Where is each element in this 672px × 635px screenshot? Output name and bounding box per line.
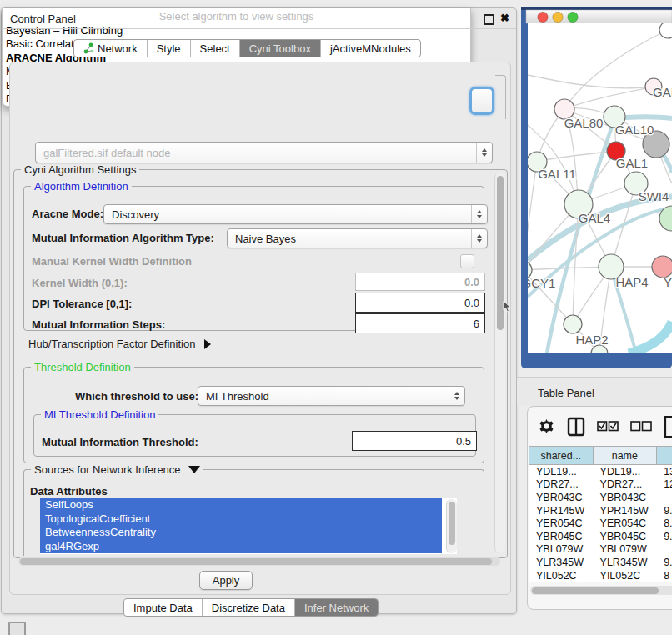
table-cell: YER054C <box>529 518 593 529</box>
table-cell: 8. <box>656 518 672 529</box>
table-row[interactable]: YER054CYER054C8. <box>529 517 672 530</box>
control-panel-titlebar[interactable]: Control Panel ✖ <box>2 8 516 29</box>
tab-discretize-data[interactable]: Discretize Data <box>203 599 295 616</box>
new-table-icon[interactable] <box>664 415 672 438</box>
aracne-mode-value: Discovery <box>112 208 159 221</box>
gear-icon[interactable] <box>538 418 555 435</box>
tab-infer-network[interactable]: Infer Network <box>295 599 378 616</box>
table-body: YDL19...YDL19...13YDR27...YDR27...12YBR0… <box>529 465 672 582</box>
network-collection-combo[interactable]: galFiltered.sif default node <box>35 142 493 163</box>
close-icon[interactable]: ✖ <box>500 12 509 24</box>
table-cell: YLR345W <box>529 557 593 568</box>
table-row[interactable]: YBR045CYBR045C9. <box>529 530 672 543</box>
hub-definition-toggle[interactable]: Hub/Transcription Factor Definition <box>28 338 211 350</box>
data-attributes-list[interactable]: SelfLoopsTopologicalCoefficientBetweenne… <box>40 498 457 554</box>
kernel-width-field[interactable]: 0.0 <box>355 272 485 291</box>
table-cell: YIL052C <box>593 570 657 582</box>
mi-threshold-field[interactable]: 0.5 <box>352 431 477 451</box>
node-table: shared...name YDL19...YDL19...13YDR27...… <box>529 446 672 582</box>
mouse-cursor <box>503 301 513 312</box>
expand-right-icon <box>204 339 211 349</box>
aracne-mode-label: Aracne Mode: <box>32 208 103 220</box>
table-panel: shared...name YDL19...YDL19...13YDR27...… <box>527 406 672 610</box>
data-attribute-item[interactable]: BetweennessCentrality <box>40 526 442 540</box>
tab-label: Network <box>98 42 138 55</box>
which-threshold-combo[interactable]: MI Threshold <box>198 386 465 406</box>
table-toolbar <box>528 407 672 446</box>
attr-list-scrollbar[interactable] <box>446 499 457 553</box>
table-cell: 9. <box>656 505 672 517</box>
select-all-checkboxes-icon[interactable] <box>597 421 619 432</box>
traffic-light-buttons <box>538 12 578 22</box>
tab-select[interactable]: Select <box>191 40 240 57</box>
float-window-icon[interactable] <box>484 14 494 25</box>
docked-panel-icon[interactable] <box>8 622 26 635</box>
column-header[interactable] <box>656 446 672 465</box>
settings-scrollbar[interactable] <box>494 172 505 553</box>
table-cell: YPR145W <box>593 505 657 517</box>
columns-icon[interactable] <box>567 417 585 437</box>
network-node[interactable] <box>659 22 672 38</box>
apply-button[interactable]: Apply <box>199 571 253 590</box>
mi-steps-field[interactable]: 6 <box>355 313 485 333</box>
node-label: Y <box>664 275 672 289</box>
node-label: GAL4 <box>579 211 610 225</box>
data-attribute-item[interactable]: gal4RGexp <box>40 540 442 554</box>
table-row[interactable]: YIL052CYIL052C8 <box>529 569 672 582</box>
algorithm-combo-arrow[interactable] <box>469 87 494 115</box>
tab-jactivemnodules[interactable]: jActiveMNodules <box>321 40 420 57</box>
table-cell: YDL19... <box>529 466 593 478</box>
aracne-mode-combo[interactable]: Discovery <box>103 204 488 224</box>
which-threshold-value: MI Threshold <box>206 390 269 402</box>
node-label: HAP2 <box>575 332 608 347</box>
network-node-hap2[interactable] <box>564 315 582 333</box>
manual-kernel-checkbox[interactable] <box>460 254 474 268</box>
tab-network[interactable]: Network <box>74 40 148 57</box>
mi-algorithm-type-combo[interactable]: Naive Bayes <box>227 228 488 248</box>
control-panel-title: Control Panel <box>10 12 76 25</box>
table-row[interactable]: YDL19...YDL19...13 <box>529 465 672 478</box>
deselect-all-checkboxes-icon[interactable] <box>630 421 652 432</box>
table-cell: 12 <box>656 478 672 490</box>
table-cell: YBR045C <box>529 531 593 542</box>
combo-spinner-icon <box>476 142 492 162</box>
table-row[interactable]: YBL079WYBL079W <box>529 543 672 557</box>
table-panel-title: Table Panel <box>538 387 594 399</box>
tab-label: Impute Data <box>133 602 193 614</box>
minimize-traffic-light[interactable] <box>553 12 563 22</box>
table-row[interactable]: YLR345WYLR345W9. <box>529 556 672 569</box>
node-label: GAL80 <box>564 116 604 130</box>
tab-impute-data[interactable]: Impute Data <box>124 599 203 616</box>
table-hscrollbar[interactable] <box>530 586 672 595</box>
dpi-tolerance-field[interactable]: 0.0 <box>355 292 485 312</box>
table-cell: YIL052C <box>529 570 593 582</box>
data-attribute-item[interactable]: SelfLoops <box>40 498 442 512</box>
table-cell: YBL079W <box>593 543 657 555</box>
tab-cyni-toolbox[interactable]: Cyni Toolbox <box>240 40 321 57</box>
zoom-traffic-light[interactable] <box>568 12 578 22</box>
column-header[interactable]: shared... <box>529 446 593 465</box>
data-attribute-item[interactable]: TopologicalCoefficient <box>40 512 442 527</box>
node-label: GAL1 <box>616 156 648 170</box>
tab-style[interactable]: Style <box>148 40 191 57</box>
settings-hscrollbar[interactable] <box>18 557 500 566</box>
cyni-algorithm-settings-title: Cyni Algorithm Settings <box>21 163 139 176</box>
algorithm-definition-title: Algorithm Definition <box>31 180 132 192</box>
kernel-width-label: Kernel Width (0,1): <box>32 277 128 289</box>
table-row[interactable]: YBR043CYBR043C <box>529 491 672 504</box>
column-header[interactable]: name <box>593 446 657 465</box>
data-attributes-label: Data Attributes <box>30 485 108 498</box>
network-view-window[interactable]: GAL80GALGAL10GAL1GAL11SWI4GAL4GCY1HAP4YH… <box>521 7 672 368</box>
table-row[interactable]: YPR145WYPR145W9. <box>529 504 672 518</box>
close-traffic-light[interactable] <box>538 12 548 22</box>
table-row[interactable]: YDR27...YDR27...12 <box>529 478 672 492</box>
table-cell: YBR043C <box>529 492 593 503</box>
mi-threshold-label: Mutual Information Threshold: <box>42 436 198 448</box>
table-cell: YBL079W <box>529 543 593 555</box>
table-cell: 8 <box>656 570 672 582</box>
tab-label: Discretize Data <box>212 602 285 614</box>
bottom-tabs: Impute DataDiscretize DataInfer Network <box>123 598 379 617</box>
network-canvas <box>528 23 672 353</box>
sources-group-title[interactable]: Sources for Network Inference <box>31 463 203 476</box>
combo-spinner-icon <box>449 387 464 405</box>
